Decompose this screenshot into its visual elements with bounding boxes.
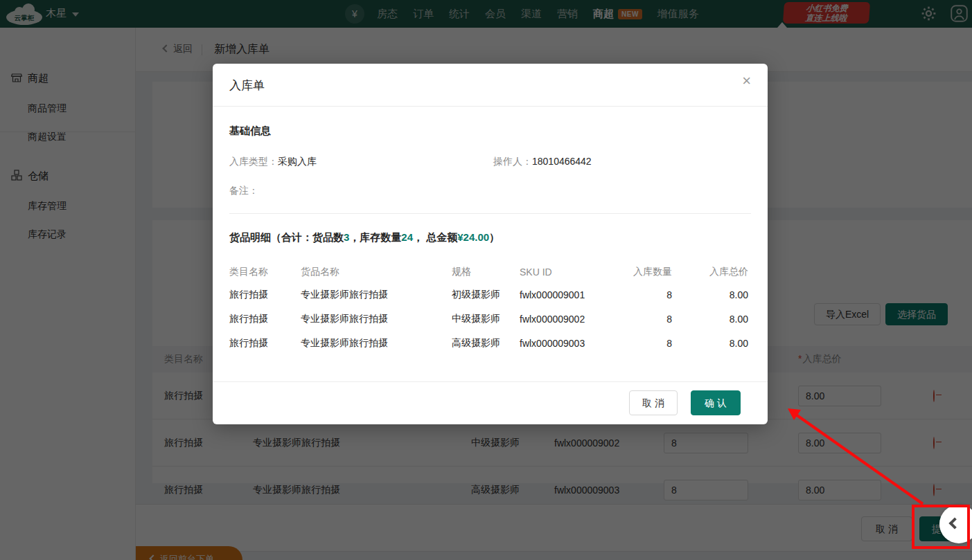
basic-info-title: 基础信息	[229, 125, 271, 138]
table-row: 旅行拍摄 专业摄影师旅行拍摄 中级摄影师 fwlx000009002 8 8.0…	[229, 307, 751, 331]
drawer-collapse-handle[interactable]	[939, 505, 972, 543]
stock-in-type-field: 入库类型：采购入库	[229, 155, 317, 168]
remark-field: 备注：	[229, 184, 258, 197]
modal-title: 入库单	[229, 78, 265, 93]
modal-header: 入库单 ×	[213, 64, 768, 107]
operator-label: 操作人：	[493, 156, 532, 167]
close-icon[interactable]: ×	[742, 73, 751, 89]
goods-summary: 货品明细（合计：货品数3，库存数量24， 总金额¥24.00）	[229, 231, 500, 244]
table-row: 旅行拍摄 专业摄影师旅行拍摄 高级摄影师 fwlx000009003 8 8.0…	[229, 331, 751, 355]
chevron-left-icon	[949, 518, 961, 530]
modal-footer: 取 消 确 认	[213, 381, 768, 424]
modal-confirm-button[interactable]: 确 认	[691, 390, 741, 415]
remark-label: 备注：	[229, 185, 258, 196]
type-value: 采购入库	[278, 156, 317, 167]
modal-goods-table: 类目名称 货品名称 规格 SKU ID 入库数量 入库总价 旅行拍摄 专业摄影师…	[229, 262, 751, 355]
operator-value: 18010466442	[532, 156, 592, 167]
modal-cancel-button[interactable]: 取 消	[629, 390, 678, 415]
total-amount: ¥24.00	[457, 231, 489, 243]
stock-in-modal: 入库单 × 基础信息 入库类型：采购入库 操作人：18010466442 备注：…	[213, 64, 768, 424]
app-screen: 云掌柜 木星 ¥ 房态 订单 统计 会员 渠道 营销 商超NEW 增值服务 小红…	[0, 0, 972, 560]
modal-table-header: 类目名称 货品名称 规格 SKU ID 入库数量 入库总价	[229, 262, 751, 282]
stock-quantity: 24	[401, 231, 413, 243]
modal-divider	[229, 213, 751, 214]
table-row: 旅行拍摄 专业摄影师旅行拍摄 初级摄影师 fwlx000009001 8 8.0…	[229, 282, 751, 307]
operator-field: 操作人：18010466442	[493, 155, 592, 168]
type-label: 入库类型：	[229, 156, 278, 167]
